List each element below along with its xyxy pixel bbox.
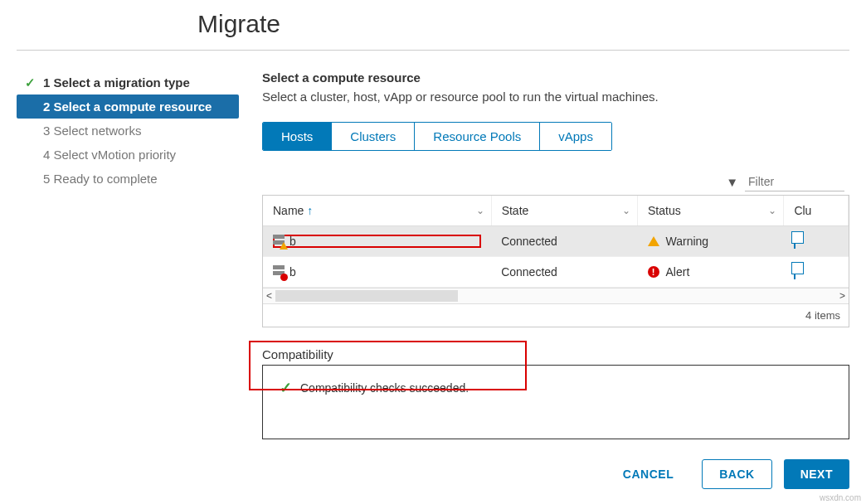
col-status[interactable]: Status⌄ — [638, 196, 784, 226]
wizard-step-1[interactable]: 1 Select a migration type — [17, 70, 239, 94]
chevron-down-icon[interactable]: ⌄ — [476, 205, 484, 216]
host-status: Alert — [666, 265, 690, 279]
hosts-table: Name↑⌄ State⌄ Status⌄ Clu b Connected Wa… — [262, 195, 849, 327]
section-title: Select a compute resource — [262, 70, 849, 85]
filter-icon[interactable]: ▼ — [726, 175, 738, 189]
wizard-step-4[interactable]: 4 Select vMotion priority — [17, 143, 239, 167]
section-subtitle: Select a cluster, host, vApp or resource… — [262, 90, 849, 104]
cancel-button[interactable]: CANCEL — [606, 459, 690, 489]
horizontal-scrollbar[interactable]: <> — [263, 288, 849, 303]
back-button[interactable]: BACK — [702, 459, 771, 489]
table-row[interactable]: b Connected !Alert — [263, 257, 849, 288]
col-state[interactable]: State⌄ — [491, 196, 637, 226]
item-count: 4 items — [263, 303, 849, 327]
tab-clusters[interactable]: Clusters — [332, 123, 415, 150]
next-button[interactable]: NEXT — [784, 459, 849, 489]
wizard-sidebar: 1 Select a migration type 2 Select a com… — [17, 70, 239, 489]
wizard-step-2[interactable]: 2 Select a compute resource — [17, 94, 239, 119]
tab-vapps[interactable]: vApps — [540, 123, 611, 150]
filter-input[interactable] — [745, 172, 844, 191]
host-warning-icon — [273, 235, 285, 248]
col-cluster[interactable]: Clu — [784, 196, 849, 226]
compatibility-label: Compatibility — [262, 347, 566, 361]
cluster-icon[interactable] — [794, 234, 795, 249]
host-state: Connected — [491, 226, 637, 257]
chevron-down-icon[interactable]: ⌄ — [622, 205, 630, 216]
sort-asc-icon: ↑ — [307, 204, 313, 217]
host-status: Warning — [666, 235, 709, 248]
compatibility-box: ✓ Compatibility checks succeeded. — [262, 365, 849, 439]
chevron-down-icon[interactable]: ⌄ — [768, 205, 776, 216]
check-icon: ✓ — [280, 379, 292, 397]
host-name: b — [289, 265, 296, 279]
resource-tabs: Hosts Clusters Resource Pools vApps — [262, 122, 612, 151]
wizard-step-3[interactable]: 3 Select networks — [17, 119, 239, 143]
host-name: b — [289, 235, 296, 248]
warning-icon — [648, 236, 659, 246]
host-alert-icon — [273, 265, 285, 279]
alert-icon: ! — [648, 266, 659, 278]
compatibility-message: Compatibility checks succeeded. — [300, 381, 469, 395]
page-title: Migrate — [197, 10, 849, 38]
tab-resource-pools[interactable]: Resource Pools — [415, 123, 540, 150]
col-name[interactable]: Name↑⌄ — [263, 196, 491, 226]
tab-hosts[interactable]: Hosts — [263, 123, 332, 150]
host-state: Connected — [491, 257, 637, 288]
wizard-step-5[interactable]: 5 Ready to complete — [17, 167, 239, 191]
table-row[interactable]: b Connected Warning — [263, 226, 849, 257]
cluster-icon[interactable] — [794, 264, 795, 279]
